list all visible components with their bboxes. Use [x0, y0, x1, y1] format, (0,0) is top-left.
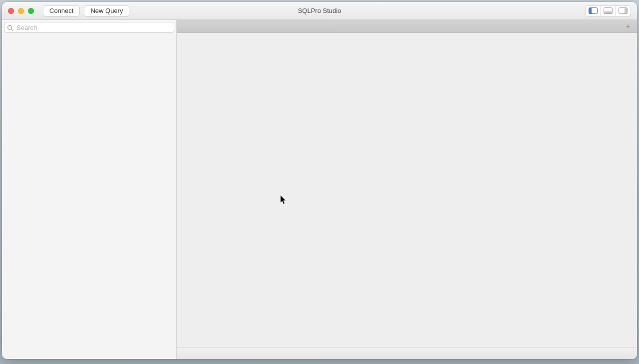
app-window: Connect New Query SQLPro Studio: [2, 2, 637, 359]
svg-rect-5: [625, 8, 627, 13]
svg-rect-3: [604, 11, 612, 13]
toggle-bottom-panel-button[interactable]: [601, 6, 616, 16]
window-title: SQLPro Studio: [298, 7, 341, 14]
toggle-right-panel-button[interactable]: [616, 6, 631, 16]
status-bar: [177, 347, 637, 359]
sidebar-content: [2, 35, 176, 359]
maximize-window-button[interactable]: [28, 8, 34, 14]
toolbar: Connect New Query: [43, 5, 129, 16]
plus-icon: +: [626, 22, 630, 30]
search-box: [4, 22, 174, 33]
minimize-window-button[interactable]: [18, 8, 24, 14]
new-query-button[interactable]: New Query: [84, 5, 129, 16]
panel-toggle-group: [585, 5, 631, 16]
sidebar: [2, 20, 177, 359]
add-tab-button[interactable]: +: [623, 21, 633, 31]
tab-bar: +: [177, 20, 637, 33]
close-window-button[interactable]: [8, 8, 14, 14]
titlebar: Connect New Query SQLPro Studio: [2, 2, 637, 20]
connect-button[interactable]: Connect: [43, 5, 80, 16]
editor-area[interactable]: [177, 33, 637, 347]
main-area: +: [177, 20, 637, 359]
window-controls: [8, 8, 34, 14]
toggle-left-panel-button[interactable]: [586, 6, 601, 16]
window-body: +: [2, 20, 637, 359]
svg-rect-1: [589, 8, 592, 13]
search-input[interactable]: [4, 22, 174, 33]
search-container: [2, 20, 176, 35]
